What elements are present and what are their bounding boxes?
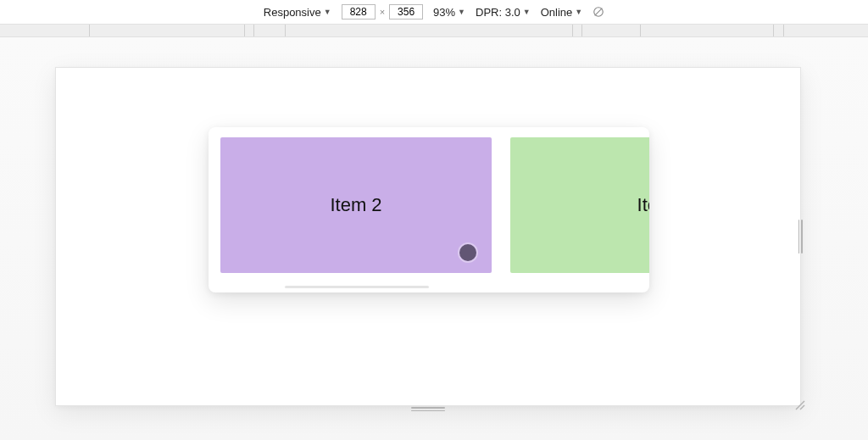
zoom-select[interactable]: 93% ▼: [433, 6, 465, 19]
device-select[interactable]: Responsive ▼: [264, 6, 331, 19]
ruler-tick: [783, 25, 784, 36]
dimensions-group: ×: [342, 4, 423, 19]
svg-line-3: [800, 405, 804, 409]
resize-handle-corner[interactable]: [793, 398, 805, 410]
carousel-item[interactable]: Ite: [510, 137, 649, 273]
ruler-tick: [244, 25, 245, 36]
viewport-content: Item 2 Ite: [56, 68, 800, 405]
ruler-tick: [572, 25, 573, 36]
carousel-scrollbar[interactable]: [285, 286, 429, 288]
device-viewport: Item 2 Ite: [55, 67, 801, 406]
throttle-select[interactable]: Online ▼: [541, 6, 583, 19]
caret-down-icon: ▼: [458, 8, 465, 16]
carousel-item-label: Item 2: [330, 194, 381, 216]
ruler-tick: [253, 25, 254, 36]
svg-line-2: [796, 401, 804, 409]
device-toolbar: Responsive ▼ × 93% ▼ DPR: 3.0 ▼ Online ▼: [0, 0, 868, 24]
rotate-device-icon[interactable]: [593, 6, 604, 18]
ruler-tick: [773, 25, 774, 36]
zoom-label: 93%: [433, 6, 455, 19]
carousel-item-label: Ite: [637, 194, 649, 216]
ruler-tick: [640, 25, 641, 36]
device-select-label: Responsive: [264, 6, 321, 19]
ruler[interactable]: [0, 24, 868, 37]
canvas-area: Item 2 Ite: [0, 37, 868, 440]
touch-cursor-icon: [459, 244, 476, 261]
ruler-tick: [581, 25, 582, 36]
dpr-label: DPR: 3.0: [476, 6, 520, 19]
ruler-tick: [89, 25, 90, 36]
resize-handle-bottom[interactable]: [411, 407, 445, 412]
caret-down-icon: ▼: [523, 8, 531, 16]
svg-line-1: [595, 8, 603, 16]
dimensions-separator: ×: [379, 7, 386, 17]
throttle-label: Online: [541, 6, 573, 19]
width-input[interactable]: [342, 4, 376, 19]
ruler-tick: [285, 25, 286, 36]
caret-down-icon: ▼: [324, 8, 331, 16]
dpr-select[interactable]: DPR: 3.0 ▼: [476, 6, 531, 19]
caret-down-icon: ▼: [575, 8, 582, 16]
height-input[interactable]: [389, 4, 423, 19]
carousel-card: Item 2 Ite: [209, 127, 649, 292]
carousel-item[interactable]: Item 2: [220, 137, 492, 273]
carousel-track[interactable]: Item 2 Ite: [220, 137, 649, 273]
resize-handle-right[interactable]: [797, 220, 804, 253]
